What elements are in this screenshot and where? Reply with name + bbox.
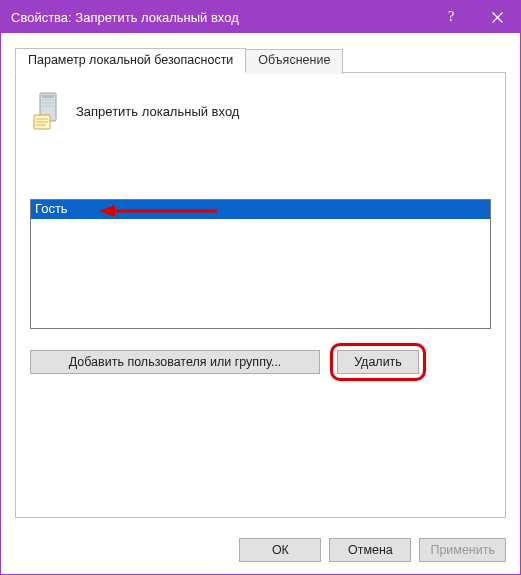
remove-button[interactable]: Удалить bbox=[337, 350, 419, 374]
annotation-highlight: Удалить bbox=[330, 343, 426, 381]
server-icon bbox=[32, 91, 66, 131]
users-listbox[interactable]: Гость bbox=[30, 199, 491, 329]
close-button[interactable] bbox=[474, 1, 520, 33]
close-icon bbox=[492, 12, 503, 23]
svg-rect-4 bbox=[42, 99, 54, 101]
window-title: Свойства: Запретить локальный вход bbox=[11, 10, 428, 25]
properties-dialog: Свойства: Запретить локальный вход ? Пар… bbox=[0, 0, 521, 575]
tab-explain[interactable]: Объяснение bbox=[246, 49, 343, 74]
cancel-button[interactable]: Отмена bbox=[329, 538, 411, 562]
tab-security[interactable]: Параметр локальной безопасности bbox=[15, 48, 246, 73]
tabstrip: Параметр локальной безопасности Объяснен… bbox=[15, 48, 506, 73]
list-item[interactable]: Гость bbox=[31, 200, 490, 219]
svg-rect-5 bbox=[42, 102, 54, 104]
policy-header: Запретить локальный вход bbox=[30, 87, 491, 143]
list-buttons-row: Добавить пользователя или группу... Удал… bbox=[30, 343, 491, 381]
svg-rect-3 bbox=[42, 95, 54, 98]
svg-rect-6 bbox=[42, 105, 54, 107]
titlebar[interactable]: Свойства: Запретить локальный вход ? bbox=[1, 1, 520, 33]
client-area: Параметр локальной безопасности Объяснен… bbox=[1, 33, 520, 528]
apply-button[interactable]: Применить bbox=[419, 538, 506, 562]
dialog-buttons: ОК Отмена Применить bbox=[1, 528, 520, 574]
policy-title: Запретить локальный вход bbox=[76, 104, 239, 119]
help-button[interactable]: ? bbox=[428, 1, 474, 33]
ok-button[interactable]: ОК bbox=[239, 538, 321, 562]
tab-panel-security: Запретить локальный вход Гость Добавить … bbox=[15, 72, 506, 518]
add-user-button[interactable]: Добавить пользователя или группу... bbox=[30, 350, 320, 374]
